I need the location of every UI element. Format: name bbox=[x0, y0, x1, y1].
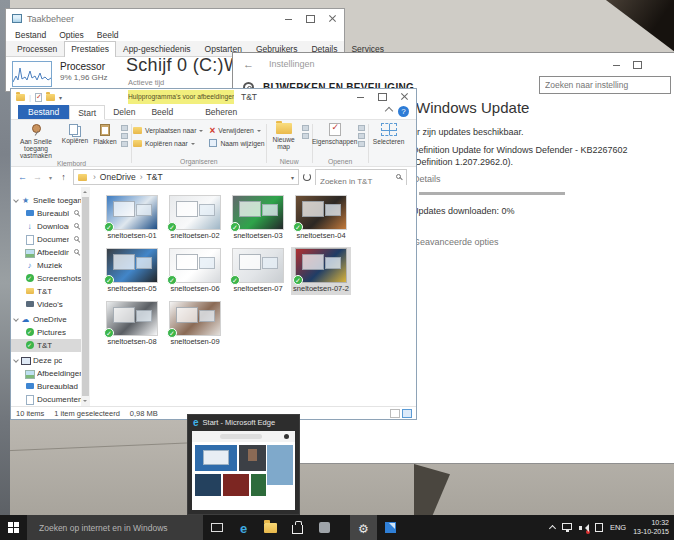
new-folder-button[interactable]: Nieuwe map bbox=[268, 121, 300, 150]
breadcrumb[interactable]: OneDriveT&T ▾ bbox=[73, 169, 299, 185]
explorer-search[interactable] bbox=[315, 169, 407, 185]
start-button[interactable] bbox=[0, 515, 27, 540]
sidebar-item-video-s[interactable]: Video's bbox=[11, 298, 81, 311]
details-link[interactable]: Details bbox=[413, 174, 441, 184]
minimize-button[interactable] bbox=[280, 13, 296, 25]
settings-taskbar-button[interactable] bbox=[350, 515, 377, 540]
select-button[interactable]: Selecteren bbox=[370, 121, 408, 145]
tab-beheren[interactable]: Beheren bbox=[197, 105, 245, 119]
minimize-button[interactable] bbox=[608, 59, 624, 71]
advanced-options-link[interactable]: Geavanceerde opties bbox=[413, 237, 499, 247]
properties-button[interactable]: Eigenschappen bbox=[314, 121, 356, 145]
cut-icon[interactable] bbox=[121, 125, 128, 131]
tm-tab-app-geschiedenis[interactable]: App-geschiedenis bbox=[116, 41, 198, 56]
qat-dropdown-icon[interactable]: ▾ bbox=[59, 94, 62, 101]
details-view-icon[interactable] bbox=[390, 409, 400, 418]
pinned-app-button[interactable] bbox=[311, 515, 338, 540]
copy-path-icon[interactable] bbox=[121, 133, 128, 139]
menu-beeld[interactable]: Beeld bbox=[97, 30, 119, 40]
tab-bestand[interactable]: Bestand bbox=[18, 105, 69, 119]
navigation-scrollbar[interactable] bbox=[81, 187, 90, 406]
file-item-sneltoetsen-01[interactable]: sneltoetsen-01 bbox=[102, 194, 162, 242]
file-item-sneltoetsen-07[interactable]: sneltoetsen-07 bbox=[228, 247, 288, 295]
chevron-down-icon[interactable]: ▾ bbox=[291, 174, 294, 181]
tab-beeld[interactable]: Beeld bbox=[143, 105, 181, 119]
show-hidden-icons-chevron[interactable] bbox=[549, 525, 556, 532]
action-center-icon[interactable] bbox=[595, 523, 603, 532]
language-indicator[interactable]: ENG bbox=[610, 523, 626, 532]
file-item-sneltoetsen-05[interactable]: sneltoetsen-05 bbox=[102, 247, 162, 295]
sidebar-item-afbeeldingen[interactable]: Afbeeldingen bbox=[11, 246, 81, 259]
sidebar-item-afbeeldingen[interactable]: Afbeeldingen bbox=[11, 367, 81, 380]
tab-start[interactable]: Start bbox=[69, 105, 105, 120]
sidebar-item-downloads[interactable]: Downloads bbox=[11, 220, 81, 233]
sidebar-item-muziek[interactable]: Muziek bbox=[11, 259, 81, 272]
menu-opties[interactable]: Opties bbox=[59, 30, 84, 40]
paste-button[interactable]: Plakken bbox=[91, 121, 119, 145]
maximize-button[interactable] bbox=[374, 91, 390, 103]
copy-button[interactable]: Kopiëren bbox=[59, 121, 91, 144]
task-view-button[interactable] bbox=[203, 515, 230, 540]
volume-icon[interactable] bbox=[579, 524, 588, 532]
file-item-sneltoetsen-09[interactable]: sneltoetsen-09 bbox=[165, 300, 225, 348]
tm-tab-processen[interactable]: Processen bbox=[10, 41, 64, 56]
pinned-app-2-button[interactable] bbox=[377, 515, 404, 540]
file-item-sneltoetsen-06[interactable]: sneltoetsen-06 bbox=[165, 247, 225, 295]
copy-to-button[interactable]: Kopiëren naar bbox=[133, 138, 203, 148]
forward-arrow-icon[interactable]: → bbox=[32, 172, 43, 182]
open-icon[interactable] bbox=[358, 125, 365, 131]
maximize-button[interactable] bbox=[302, 13, 318, 25]
delete-button[interactable]: × Verwijderen bbox=[209, 125, 264, 135]
tm-tab-prestaties[interactable]: Prestaties bbox=[64, 41, 116, 57]
sidebar-item-bureaublad[interactable]: Bureaublad bbox=[11, 207, 81, 220]
file-item-sneltoetsen-02[interactable]: sneltoetsen-02 bbox=[165, 194, 225, 242]
sidebar-section-snelle-toegang[interactable]: Snelle toegang bbox=[11, 194, 81, 207]
sidebar-item-documenten[interactable]: Documenten bbox=[11, 393, 81, 406]
clock[interactable]: 10:32 13-10-2015 bbox=[633, 519, 669, 536]
back-arrow-icon[interactable]: ← bbox=[243, 58, 254, 70]
network-icon[interactable] bbox=[562, 523, 572, 530]
menu-bestand[interactable]: Bestand bbox=[15, 30, 46, 40]
easy-access-icon[interactable] bbox=[302, 133, 309, 139]
refresh-icon[interactable] bbox=[303, 173, 311, 181]
scroll-up-icon[interactable] bbox=[83, 189, 87, 193]
scroll-down-icon[interactable] bbox=[83, 400, 87, 404]
new-item-icon[interactable] bbox=[302, 125, 309, 131]
properties-icon[interactable] bbox=[35, 93, 42, 102]
file-item-sneltoetsen-07-2[interactable]: sneltoetsen-07-2 bbox=[291, 247, 351, 295]
help-icon[interactable] bbox=[398, 106, 409, 117]
recent-locations-icon[interactable]: ▾ bbox=[47, 174, 54, 181]
sidebar-item-pictures[interactable]: Pictures bbox=[11, 326, 81, 339]
edit-icon[interactable] bbox=[358, 133, 365, 139]
maximize-button[interactable] bbox=[629, 59, 645, 71]
back-arrow-icon[interactable]: ← bbox=[17, 172, 28, 182]
edge-taskbar-preview[interactable]: Start - Microsoft Edge bbox=[187, 414, 300, 515]
close-button[interactable] bbox=[396, 91, 412, 103]
scrollbar-thumb[interactable] bbox=[82, 197, 89, 396]
explorer-taskbar-button[interactable] bbox=[257, 515, 284, 540]
file-item-sneltoetsen-08[interactable]: sneltoetsen-08 bbox=[102, 300, 162, 348]
sidebar-section-deze-pc[interactable]: Deze pc bbox=[11, 354, 81, 367]
preview-thumbnail[interactable] bbox=[192, 431, 295, 510]
settings-search-input[interactable] bbox=[539, 76, 671, 94]
file-item-sneltoetsen-04[interactable]: sneltoetsen-04 bbox=[291, 194, 351, 242]
file-item-sneltoetsen-03[interactable]: sneltoetsen-03 bbox=[228, 194, 288, 242]
paste-shortcut-icon[interactable] bbox=[121, 141, 128, 147]
folder-icon[interactable] bbox=[46, 94, 55, 101]
tab-delen[interactable]: Delen bbox=[105, 105, 143, 119]
cpu-graph[interactable] bbox=[12, 61, 52, 87]
taskbar-search-input[interactable] bbox=[27, 515, 203, 540]
move-to-button[interactable]: Verplaatsen naar bbox=[133, 125, 203, 135]
up-arrow-icon[interactable]: ↑ bbox=[58, 172, 69, 182]
close-button[interactable] bbox=[324, 13, 340, 25]
sidebar-section-onedrive[interactable]: OneDrive bbox=[11, 313, 81, 326]
store-taskbar-button[interactable] bbox=[284, 515, 311, 540]
folder-icon[interactable] bbox=[16, 94, 25, 101]
pin-to-quick-access-button[interactable]: Aan Snelle toegang vastmaken bbox=[13, 121, 59, 159]
history-icon[interactable] bbox=[358, 141, 365, 147]
sidebar-item-documenten[interactable]: Documenten bbox=[11, 233, 81, 246]
minimize-button[interactable] bbox=[352, 91, 368, 103]
rename-button[interactable]: Naam wijzigen bbox=[209, 138, 264, 148]
sidebar-item-screenshots[interactable]: Screenshots bbox=[11, 272, 81, 285]
sidebar-item-bureaublad[interactable]: Bureaublad bbox=[11, 380, 81, 393]
